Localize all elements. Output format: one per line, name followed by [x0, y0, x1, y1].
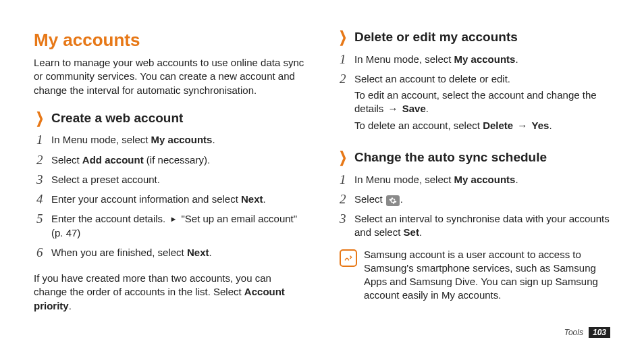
text: Select: [354, 193, 385, 205]
bold: Add account: [82, 154, 144, 166]
chevron-icon: ❯: [339, 30, 347, 45]
step-number: 3: [36, 173, 51, 189]
text: Select: [51, 154, 82, 166]
bold: Yes: [532, 120, 549, 131]
create-step-5: 5 Enter the account details. ► "Set up a…: [36, 212, 307, 243]
bold: Delete: [483, 120, 513, 131]
step-number: 2: [340, 193, 354, 209]
step-number: 3: [340, 212, 354, 243]
arrow-icon: →: [516, 120, 529, 131]
text: Enter the account details.: [51, 213, 168, 224]
create-step-1: 1 In Menu mode, select My accounts.: [36, 133, 307, 149]
bold: Save: [402, 103, 426, 114]
note-icon: [340, 249, 357, 267]
sync-step-3: 3 Select an interval to synchronise data…: [340, 212, 610, 243]
page: My accounts Learn to manage your web acc…: [0, 0, 644, 350]
text: Select an interval to synchronise data w…: [354, 213, 610, 238]
subhead-sync: ❯ Change the auto sync schedule: [337, 149, 610, 166]
step-number: 2: [340, 72, 354, 135]
step-number: 1: [340, 53, 354, 69]
subhead-delete: ❯ Delete or edit my accounts: [337, 28, 610, 46]
text: In Menu mode, select: [354, 174, 454, 185]
note-box: Samsung account is a user account to acc…: [340, 248, 610, 303]
chevron-icon: ❯: [36, 111, 44, 126]
create-step-4: 4 Enter your account information and sel…: [36, 193, 307, 209]
delete-step-1: 1 In Menu mode, select My accounts.: [340, 53, 610, 69]
chevron-icon: ❯: [339, 150, 347, 165]
subhead-sync-title: Change the auto sync schedule: [354, 149, 547, 166]
bold: Next: [187, 247, 209, 258]
footer-page-number: 103: [589, 327, 610, 338]
bold: Set: [404, 226, 419, 238]
create-step-6: 6 When you are finished, select Next.: [36, 246, 307, 262]
text: When you are finished, select: [51, 247, 187, 258]
create-step-2: 2 Select Add account (if necessary).: [36, 153, 307, 170]
step-number: 1: [36, 133, 51, 149]
sync-step-1: 1 In Menu mode, select My accounts.: [340, 173, 610, 189]
create-step-3: 3 Select a preset account.: [36, 173, 307, 189]
text: If you have created more than two accoun…: [34, 272, 271, 297]
sync-step-2: 2 Select .: [340, 193, 610, 209]
bold: My accounts: [454, 174, 516, 185]
text: Select a preset account.: [51, 173, 307, 186]
delete-step-2: 2 Select an account to delete or edit. T…: [340, 72, 610, 135]
triangle-icon: ►: [168, 215, 178, 223]
footer-section: Tools: [564, 328, 583, 337]
right-column: ❯ Delete or edit my accounts 1 In Menu m…: [322, 28, 610, 330]
step-number: 5: [36, 212, 51, 243]
subhead-create-title: Create a web account: [51, 109, 183, 127]
text: In Menu mode, select: [354, 53, 454, 65]
page-title: My accounts: [34, 28, 307, 52]
note-text: Samsung account is a user account to acc…: [364, 248, 610, 303]
left-column: My accounts Learn to manage your web acc…: [34, 28, 322, 330]
text: Select an account to delete or edit.: [354, 72, 610, 86]
bold: Next: [241, 193, 263, 205]
subhead-delete-title: Delete or edit my accounts: [354, 28, 518, 46]
subhead-create: ❯ Create a web account: [34, 109, 307, 127]
text: (if necessary).: [144, 154, 210, 166]
text: Enter your account information and selec…: [51, 193, 241, 205]
bold: My accounts: [454, 53, 516, 65]
arrow-icon: →: [387, 103, 400, 114]
text: To delete an account, select: [354, 120, 483, 131]
footer: Tools 103: [564, 327, 610, 338]
bold: My accounts: [151, 134, 213, 145]
step-number: 4: [36, 193, 51, 209]
step-number: 2: [36, 153, 51, 170]
step-number: 6: [36, 246, 51, 262]
step-number: 1: [340, 173, 354, 189]
create-after: If you have created more than two accoun…: [34, 272, 307, 313]
intro-text: Learn to manage your web accounts to use…: [34, 56, 307, 97]
text: In Menu mode, select: [51, 134, 151, 145]
gear-icon: [386, 195, 400, 206]
